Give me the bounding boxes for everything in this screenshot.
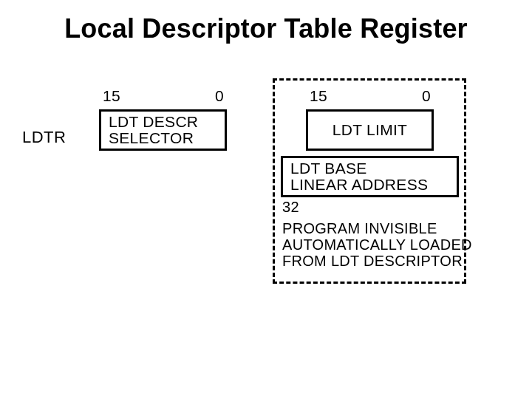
- ldt-base-line2: LINEAR ADDRESS: [290, 177, 428, 193]
- right-bit-high: 15: [310, 87, 327, 105]
- note-line3: FROM LDT DESCRIPTOR: [282, 253, 472, 269]
- page-title: Local Descriptor Table Register: [0, 13, 532, 44]
- ldt-selector-box: LDT DESCR SELECTOR: [99, 109, 227, 151]
- note-line2: AUTOMATICALLY LOADED: [282, 236, 472, 253]
- program-invisible-note: PROGRAM INVISIBLE AUTOMATICALLY LOADED F…: [282, 220, 472, 269]
- register-name-label: LDTR: [22, 128, 66, 147]
- ldt-limit-label: LDT LIMIT: [332, 122, 408, 138]
- ldt-selector-line2: SELECTOR: [109, 130, 198, 146]
- ldt-base-box: LDT BASE LINEAR ADDRESS: [281, 156, 459, 197]
- note-line1: PROGRAM INVISIBLE: [282, 220, 472, 236]
- left-bit-high: 15: [103, 87, 120, 105]
- right-bit-low: 0: [422, 87, 431, 105]
- ldt-selector-line1: LDT DESCR: [109, 114, 198, 130]
- slide: Local Descriptor Table Register LDTR 15 …: [0, 0, 532, 399]
- ldt-base-line1: LDT BASE: [290, 160, 428, 177]
- ldt-base-bits: 32: [282, 200, 299, 214]
- ldt-limit-box: LDT LIMIT: [306, 109, 434, 151]
- left-bit-low: 0: [215, 87, 224, 105]
